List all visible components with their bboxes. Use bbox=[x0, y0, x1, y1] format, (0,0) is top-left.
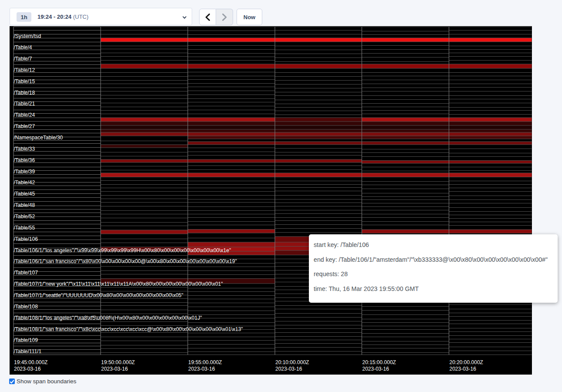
svg-text:2023-03-16: 2023-03-16 bbox=[188, 366, 215, 372]
svg-text:20:10:00.000Z: 20:10:00.000Z bbox=[275, 359, 309, 365]
svg-text:/Table/111/1: /Table/111/1 bbox=[14, 348, 42, 355]
svg-text:/Table/55: /Table/55 bbox=[14, 225, 35, 231]
svg-text:19:50:00.000Z: 19:50:00.000Z bbox=[101, 359, 135, 365]
svg-text:2023-03-16: 2023-03-16 bbox=[101, 366, 128, 372]
svg-text:/Table/48: /Table/48 bbox=[14, 202, 35, 208]
svg-text:/NamespaceTable/30: /NamespaceTable/30 bbox=[14, 135, 63, 141]
svg-text:/Table/107/1/"seattle"/"UUUUUU: /Table/107/1/"seattle"/"UUUUUUD\x00\x80\… bbox=[14, 292, 183, 298]
svg-text:2023-03-16: 2023-03-16 bbox=[450, 366, 477, 372]
svg-text:/Table/107/1/"new york"/"\x11\: /Table/107/1/"new york"/"\x11\x11\x11\x1… bbox=[14, 281, 223, 287]
svg-text:19:45:00.000Z: 19:45:00.000Z bbox=[14, 359, 47, 365]
svg-text:2023-03-16: 2023-03-16 bbox=[362, 366, 389, 372]
svg-text:/Table/52: /Table/52 bbox=[14, 213, 35, 220]
svg-text:/Table/108: /Table/108 bbox=[14, 304, 38, 310]
svg-text:/Table/106/1/"los angeles"/"\x: /Table/106/1/"los angeles"/"\x99\x99\x99… bbox=[14, 247, 231, 253]
svg-text:2023-03-16: 2023-03-16 bbox=[14, 366, 41, 372]
svg-text:/Table/15: /Table/15 bbox=[14, 78, 35, 84]
svg-text:/Table/107: /Table/107 bbox=[14, 270, 38, 276]
svg-text:20:20:00.000Z: 20:20:00.000Z bbox=[450, 359, 483, 365]
svg-text:19:55:00.000Z: 19:55:00.000Z bbox=[188, 359, 222, 365]
svg-text:/Table/4: /Table/4 bbox=[14, 44, 32, 51]
svg-text:/Table/39: /Table/39 bbox=[14, 169, 35, 175]
svg-text:2023-03-16: 2023-03-16 bbox=[275, 366, 302, 372]
svg-text:/Table/18: /Table/18 bbox=[14, 90, 35, 96]
svg-text:/Table/42: /Table/42 bbox=[14, 179, 35, 186]
svg-text:/Table/106: /Table/106 bbox=[14, 236, 38, 242]
svg-text:20:15:00.000Z: 20:15:00.000Z bbox=[362, 359, 396, 365]
svg-text:/Table/33: /Table/33 bbox=[14, 146, 35, 152]
svg-text:/Table/24: /Table/24 bbox=[14, 112, 35, 118]
svg-text:/Table/27: /Table/27 bbox=[14, 123, 35, 129]
svg-text:/Table/7: /Table/7 bbox=[14, 56, 32, 62]
svg-text:/Table/45: /Table/45 bbox=[14, 191, 35, 197]
svg-text:/Table/12: /Table/12 bbox=[14, 67, 35, 73]
svg-text:/Table/109: /Table/109 bbox=[14, 337, 38, 343]
svg-text:/Table/36: /Table/36 bbox=[14, 157, 35, 163]
svg-text:/Table/21: /Table/21 bbox=[14, 101, 35, 107]
svg-text:/System/tsd: /System/tsd bbox=[14, 33, 41, 39]
svg-text:/Table/108/1/"san francisco"/": /Table/108/1/"san francisco"/"\x8c\xcc\x… bbox=[14, 326, 243, 332]
svg-text:/Table/106/1/"san francisco"/": /Table/106/1/"san francisco"/"\x80\x00\x… bbox=[14, 258, 237, 264]
svg-text:/Table/108/1/"los angeles"/"\x: /Table/108/1/"los angeles"/"\xa8\xf5\u00… bbox=[14, 315, 202, 321]
